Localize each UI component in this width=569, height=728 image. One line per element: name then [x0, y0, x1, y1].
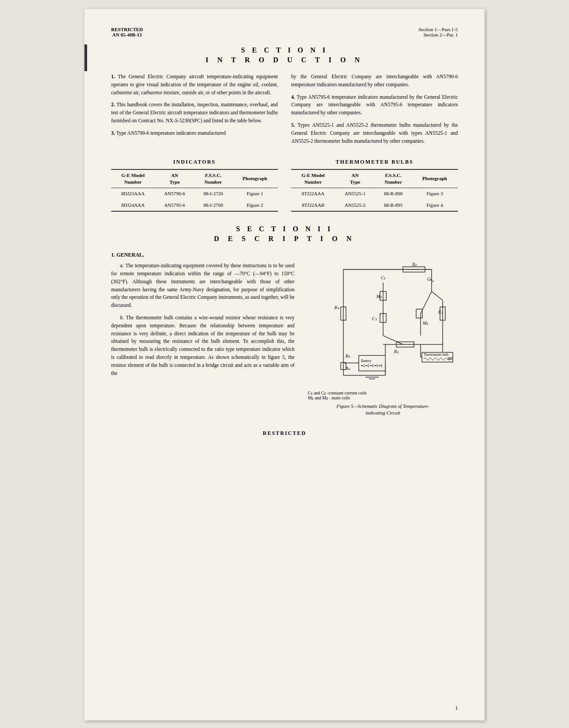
para-5-num: 5.	[291, 122, 295, 128]
cell-model-1: 8TJ22AAA	[291, 188, 335, 200]
cell-fss-1: 88-I-2720	[194, 188, 232, 200]
section2-subtitle: D E S C R I P T I O N	[111, 235, 458, 243]
table-row: 8DJ24AAA AN5795-6 88-I-2700 Figure 2	[111, 200, 278, 211]
cell-fss-2: 88-B-895	[375, 200, 412, 211]
para-b-label: b.	[120, 315, 124, 320]
col-an-type: ANType	[155, 169, 194, 188]
svg-text:R₁: R₁	[393, 349, 398, 354]
svg-text:R₄: R₄	[334, 305, 339, 310]
svg-text:R₅: R₅	[345, 354, 350, 358]
section-ref-2: Section 2—Par. 1	[418, 32, 458, 37]
col-ge-model: G-E ModelNumber	[111, 169, 155, 188]
general-para-b: b. The thermometer bulb contains a wire-…	[111, 314, 295, 378]
svg-text:Battery: Battery	[361, 359, 371, 363]
cell-model-1: 8DJ23AAA	[111, 188, 155, 200]
para-3-text: Type AN5790-6 temperature indicators man…	[116, 130, 225, 136]
para-1: 1. The General Electric Company aircraft…	[111, 73, 278, 97]
para-2-num: 2.	[111, 102, 115, 107]
figure5-caption: Figure 5—Schematic Diagram of Temperatur…	[337, 403, 429, 417]
para-4: 4. Type AN5795-6 temperature indicators …	[291, 93, 458, 117]
para-3-cont-text: by the General Electric Company are inte…	[291, 74, 458, 87]
cell-photo-2: Figure 4	[412, 200, 458, 211]
para-1-num: 1.	[111, 74, 115, 79]
para-a-label: a.	[120, 263, 124, 268]
header-left: RESTRICTED AN 05-40B-13	[111, 27, 143, 37]
section2-content: 1. GENERAL. a. The temperature-indicatin…	[111, 252, 458, 417]
para-4-text: Type AN5795-6 temperature indicators man…	[291, 94, 458, 116]
para-1-text: The General Electric Company aircraft te…	[111, 74, 278, 95]
section1-title: S E C T I O N I	[111, 46, 458, 54]
col-photograph: Photograph	[412, 169, 458, 188]
svg-text:Thermometer bulb: Thermometer bulb	[424, 353, 449, 357]
section1-subtitle: I N T R O D U C T I O N	[111, 56, 458, 64]
intro-columns: 1. The General Electric Company aircraft…	[111, 73, 458, 150]
cell-photo-2: Figure 2	[232, 200, 278, 211]
para-3-num: 3.	[111, 130, 115, 136]
cell-an-1: AN5525-1	[335, 188, 375, 200]
header-right: Section 1—Pars.1-5 Section 2—Par. 1	[418, 27, 458, 37]
col-right: by the General Electric Company are inte…	[291, 73, 458, 150]
para-2: 2. This handbook covers the installation…	[111, 101, 278, 125]
general-para-a: a. The temperature-indicating equipment …	[111, 262, 295, 310]
col-an-type: ANType	[335, 169, 375, 188]
tables-section: INDICATORS G-E ModelNumber ANType F.S.S.…	[111, 159, 458, 212]
table-row: 8DJ23AAA AN5790-6 88-I-2720 Figure 1	[111, 188, 278, 200]
table-row: 8TJ22AAB AN5525-2 88-B-895 Figure 4	[291, 200, 458, 211]
indicators-table: G-E ModelNumber ANType F.S.S.C.Number Ph…	[111, 169, 278, 212]
para-5-text: Types AN5525-1 and AN5525-2 thermometer …	[291, 122, 458, 144]
col-left: 1. The General Electric Company aircraft…	[111, 73, 278, 150]
legend-line1: C₁ and C₂ -constant current coils	[308, 390, 458, 395]
cell-model-2: 8DJ24AAA	[111, 200, 155, 211]
cell-fss-1: 88-B-890	[375, 188, 412, 200]
circuit-diagram: R₂ C₂ R₃ M₂ M₁	[308, 256, 458, 389]
indicators-table-title: INDICATORS	[111, 159, 278, 165]
page-decoration	[84, 44, 87, 71]
table-row: 8TJ22AAA AN5525-1 88-B-890 Figure 3	[291, 188, 458, 200]
cell-fss-2: 88-I-2700	[194, 200, 232, 211]
para-3-cont: by the General Electric Company are inte…	[291, 73, 458, 89]
col-photograph: Photograph	[232, 169, 278, 188]
footer-restricted: RESTRICTED	[111, 430, 458, 437]
cell-photo-1: Figure 3	[412, 188, 458, 200]
para-5: 5. Types AN5525-1 and AN5525-2 thermomet…	[291, 121, 458, 145]
cell-model-2: 8TJ22AAB	[291, 200, 335, 211]
table-header-row: G-E ModelNumber ANType F.S.S.C.Number Ph…	[291, 169, 458, 188]
para-2-text: This handbook covers the installation, i…	[111, 102, 278, 123]
svg-text:R₂: R₂	[412, 262, 417, 267]
cell-an-2: AN5525-2	[335, 200, 375, 211]
section2-right: R₂ C₂ R₃ M₂ M₁	[308, 252, 458, 417]
general-heading: 1. GENERAL.	[111, 252, 295, 258]
legend-line2: M₁ and M₂ - main coils	[308, 395, 458, 400]
figure-legend: C₁ and C₂ -constant current coils M₁ and…	[308, 390, 458, 400]
section2-left: 1. GENERAL. a. The temperature-indicatin…	[111, 252, 295, 417]
doc-number: AN 05-40B-13	[111, 32, 143, 37]
col-fss-number: F.S.S.C.Number	[194, 169, 232, 188]
svg-text:C₁: C₁	[372, 316, 377, 321]
indicators-table-block: INDICATORS G-E ModelNumber ANType F.S.S.…	[111, 159, 278, 212]
page-header: RESTRICTED AN 05-40B-13 Section 1—Pars.1…	[111, 27, 458, 37]
svg-text:M₂: M₂	[422, 321, 429, 326]
page: RESTRICTED AN 05-40B-13 Section 1—Pars.1…	[84, 9, 485, 720]
para-4-num: 4.	[291, 94, 295, 100]
section-ref-1: Section 1—Pars.1-5	[418, 27, 458, 32]
cell-an-2: AN5795-6	[155, 200, 194, 211]
thermometer-table-title: THERMOMETER BULBS	[291, 159, 458, 165]
cell-an-1: AN5790-6	[155, 188, 194, 200]
cell-photo-1: Figure 1	[232, 188, 278, 200]
svg-text:M₁: M₁	[376, 294, 381, 299]
svg-text:C₁: C₁	[381, 275, 385, 280]
thermometer-table: G-E ModelNumber ANType F.S.S.C.Number Ph…	[291, 169, 458, 212]
col-ge-model: G-E ModelNumber	[291, 169, 335, 188]
table-header-row: G-E ModelNumber ANType F.S.S.C.Number Ph…	[111, 169, 278, 188]
page-number: 1	[455, 705, 458, 712]
para-3: 3. Type AN5790-6 temperature indicators …	[111, 129, 278, 137]
restricted-label: RESTRICTED	[111, 27, 143, 32]
section2-title: S E C T I O N I I	[111, 225, 458, 233]
col-fss-number: F.S.S.C.Number	[375, 169, 412, 188]
svg-text:RB: RB	[447, 356, 452, 361]
figure5-caption-text: Figure 5—Schematic Diagram of Temperatur…	[337, 403, 429, 415]
thermometer-table-block: THERMOMETER BULBS G-E ModelNumber ANType…	[291, 159, 458, 212]
